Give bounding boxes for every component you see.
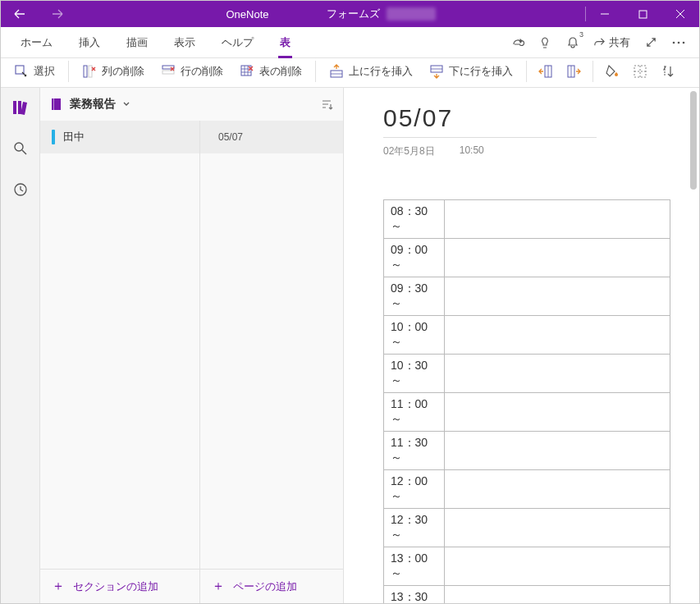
account-blur [387, 7, 436, 21]
rail-notebooks-icon[interactable] [7, 94, 34, 121]
delete-row-button[interactable]: 行の削除 [154, 60, 230, 83]
page-meta: 02年5月8日 10:50 [383, 144, 675, 158]
insert-col-left-button[interactable] [533, 60, 558, 83]
chevron-down-icon [122, 100, 130, 108]
svg-rect-20 [53, 98, 54, 110]
share-label: 共有 [609, 35, 630, 50]
sort-icon[interactable] [320, 98, 333, 111]
value-cell[interactable] [444, 432, 670, 470]
value-cell[interactable] [444, 509, 670, 547]
notification-bell-icon[interactable]: 3 [559, 27, 587, 58]
time-cell[interactable]: 12：00～ [384, 470, 445, 509]
section-item[interactable]: 田中 [40, 121, 199, 153]
side-panel: 業務報告 田中 ＋ セクションの追加 05/07 [40, 88, 344, 603]
shading-button[interactable] [600, 60, 625, 83]
table-row[interactable]: 08：30～ [384, 200, 670, 239]
svg-rect-6 [89, 66, 92, 77]
main-area: 業務報告 田中 ＋ セクションの追加 05/07 [1, 88, 699, 603]
section-label: 田中 [63, 130, 85, 144]
plus-icon: ＋ [52, 578, 65, 595]
close-button[interactable] [661, 1, 699, 27]
value-cell[interactable] [444, 586, 670, 604]
app-title: OneNote [226, 8, 268, 21]
rail-recent-icon[interactable] [7, 176, 34, 203]
section-color-bar [52, 130, 55, 144]
nav-back-button[interactable] [1, 1, 39, 27]
rail-search-icon[interactable] [7, 135, 34, 162]
select-table-button[interactable]: 選択 [7, 60, 62, 83]
fullscreen-icon[interactable] [637, 27, 665, 58]
scrollbar-thumb[interactable] [690, 91, 697, 190]
time-cell[interactable]: 13：00～ [384, 547, 445, 586]
notification-count: 3 [579, 30, 583, 39]
svg-point-3 [683, 41, 685, 43]
lightbulb-icon[interactable] [531, 27, 559, 58]
add-page-button[interactable]: ＋ ページの追加 [200, 569, 343, 603]
delete-column-icon [82, 64, 97, 79]
value-cell[interactable] [444, 239, 670, 277]
tab-insert[interactable]: 挿入 [66, 27, 113, 58]
add-section-button[interactable]: ＋ セクションの追加 [40, 569, 199, 603]
hide-borders-button[interactable] [628, 60, 652, 83]
schedule-table[interactable]: 08：30～09：00～09：30～10：00～10：30～11：00～11：3… [383, 199, 670, 603]
select-label: 選択 [34, 64, 55, 79]
delete-column-button[interactable]: 列の削除 [75, 60, 151, 83]
table-row[interactable]: 12：00～ [384, 470, 670, 509]
time-cell[interactable]: 11：30～ [384, 432, 445, 470]
time-cell[interactable]: 11：00～ [384, 393, 445, 432]
value-cell[interactable] [444, 547, 670, 586]
tab-view[interactable]: 表示 [161, 27, 208, 58]
value-cell[interactable] [444, 277, 670, 316]
notebook-header[interactable]: 業務報告 [40, 88, 343, 121]
table-row[interactable]: 13：30～ [384, 586, 670, 604]
table-row[interactable]: 10：00～ [384, 316, 670, 355]
table-row[interactable]: 10：30～ [384, 355, 670, 393]
svg-rect-5 [84, 66, 87, 77]
time-cell[interactable]: 10：30～ [384, 355, 445, 393]
sort-button[interactable] [656, 60, 680, 83]
table-row[interactable]: 11：30～ [384, 432, 670, 470]
value-cell[interactable] [444, 355, 670, 393]
tab-help[interactable]: ヘルプ [208, 27, 267, 58]
left-rail [1, 88, 40, 603]
insert-row-above-button[interactable]: 上に行を挿入 [323, 60, 419, 83]
titlebar: OneNote フォームズ [1, 1, 699, 27]
delete-table-label: 表の削除 [259, 64, 302, 79]
select-icon [14, 64, 29, 79]
maximize-button[interactable] [624, 1, 661, 27]
table-row[interactable]: 12：30～ [384, 509, 670, 547]
insert-below-icon [429, 64, 444, 79]
tab-home[interactable]: ホーム [7, 27, 66, 58]
time-cell[interactable]: 08：30～ [384, 200, 445, 239]
value-cell[interactable] [444, 316, 670, 355]
time-cell[interactable]: 12：30～ [384, 509, 445, 547]
tab-table[interactable]: 表 [267, 27, 304, 58]
page-item[interactable]: 05/07 [200, 121, 343, 153]
insert-col-right-button[interactable] [561, 60, 586, 83]
more-icon[interactable] [665, 27, 693, 58]
table-row[interactable]: 13：00～ [384, 547, 670, 586]
value-cell[interactable] [444, 200, 670, 239]
table-row[interactable]: 11：00～ [384, 393, 670, 432]
scrollbar-track[interactable] [686, 88, 699, 603]
time-cell[interactable]: 10：00～ [384, 316, 445, 355]
sync-status-icon[interactable] [503, 27, 531, 58]
time-cell[interactable]: 09：00～ [384, 239, 445, 277]
nav-forward-button[interactable] [39, 1, 76, 27]
tab-draw[interactable]: 描画 [113, 27, 161, 58]
table-row[interactable]: 09：00～ [384, 239, 670, 277]
value-cell[interactable] [444, 393, 670, 432]
delete-table-button[interactable]: 表の削除 [233, 60, 309, 83]
insert-row-below-button[interactable]: 下に行を挿入 [423, 60, 519, 83]
time-cell[interactable]: 09：30～ [384, 277, 445, 316]
page-canvas[interactable]: 05/07 02年5月8日 10:50 08：30～09：00～09：30～10… [344, 88, 699, 603]
page-title[interactable]: 05/07 [383, 104, 597, 138]
svg-point-17 [15, 143, 23, 151]
table-row[interactable]: 09：30～ [384, 277, 670, 316]
svg-point-1 [673, 41, 675, 43]
time-cell[interactable]: 13：30～ [384, 586, 445, 604]
share-button[interactable]: 共有 [587, 35, 637, 50]
minimize-button[interactable] [586, 1, 624, 27]
value-cell[interactable] [444, 470, 670, 509]
svg-point-2 [678, 41, 680, 43]
